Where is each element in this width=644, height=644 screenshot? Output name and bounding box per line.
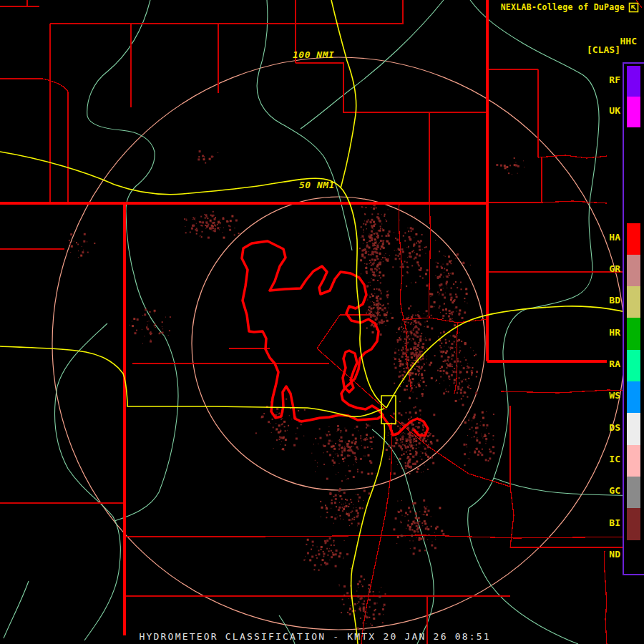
legend-swatch-ds: [627, 413, 640, 445]
legend-swatch-ra: [627, 350, 640, 381]
legend-swatch-bi: [627, 508, 640, 540]
legend-swatch-gr: [627, 255, 640, 286]
legend-swatch-hr: [627, 318, 640, 350]
legend-swatch-gc: [627, 477, 640, 508]
legend-label-uk: UK: [609, 105, 620, 116]
legend-swatch-rf: [627, 66, 640, 97]
legend-label-ra: RA: [609, 358, 620, 369]
legend-bar: [623, 62, 644, 575]
radar-echoes: [69, 150, 525, 630]
legend-swatch-bd: [627, 286, 640, 318]
radar-map: [0, 0, 644, 644]
legend-label-gr: GR: [609, 263, 620, 274]
legend-label-rf: RF: [609, 74, 620, 85]
legend-label-ds: DS: [609, 422, 620, 433]
page-arrow-icon[interactable]: [628, 2, 639, 13]
legend-swatch-ha: [627, 223, 640, 255]
legend-swatch-spacer: [627, 127, 640, 223]
legend-swatch-uk: [627, 97, 640, 127]
legend-label-nd: ND: [609, 549, 620, 560]
state-borders: [0, 0, 607, 635]
legend-swatch-nd: [627, 540, 640, 572]
radar-screen: NEXLAB-College of DuPage HHC [CLAS] RFUK…: [0, 0, 644, 644]
legend-swatch-ic: [627, 445, 640, 477]
legend-label-gc: GC: [609, 485, 620, 496]
legend-label-bi: BI: [609, 517, 620, 528]
legend-label-ws: WS: [609, 390, 620, 401]
legend-label-ha: HA: [609, 232, 620, 243]
legend-swatch-ws: [627, 381, 640, 413]
range-rings: [52, 57, 625, 630]
legend-label-hr: HR: [609, 327, 620, 338]
legend-label-ic: IC: [609, 454, 620, 464]
range-ring-100nmi: [52, 57, 625, 630]
legend-label-bd: BD: [609, 295, 620, 306]
